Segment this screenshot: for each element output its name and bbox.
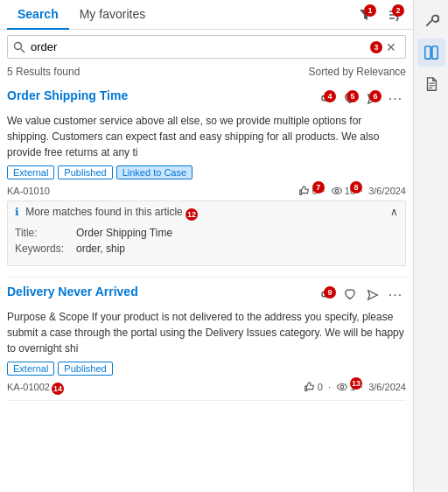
article-2-actions: 9 ··· xyxy=(317,285,406,306)
article-1-date: 3/6/2024 xyxy=(368,186,406,196)
article-2-date: 3/6/2024 xyxy=(368,382,406,392)
article-card-1: Order Shipping Time 4 xyxy=(7,81,406,278)
match-value-title: Order Shipping Time xyxy=(76,227,172,239)
more-matches-label: More matches found in this article xyxy=(25,206,182,218)
results-count: 5 Results found xyxy=(7,66,80,78)
more-matches-panel: ℹ More matches found in this article 12 … xyxy=(7,200,406,266)
article-2-send-action[interactable] xyxy=(362,285,383,306)
article-2-meta-right: 0 · 1 13 · 3/6/2024 xyxy=(304,381,406,393)
svg-point-4 xyxy=(15,43,22,50)
article-2-tags: External Published xyxy=(7,362,406,376)
columns-icon xyxy=(424,45,439,60)
results-header: 5 Results found Sorted by Relevance xyxy=(0,64,413,81)
info-icon: ℹ xyxy=(15,206,19,218)
results-sort: Sorted by Relevance xyxy=(309,66,406,78)
article-1-tags: External Published Linked to Case xyxy=(7,165,406,179)
article-2-views: 1 13 xyxy=(336,381,355,393)
article2-id-badge: 14 xyxy=(52,383,64,395)
article-1-actions: 4 5 6 ··· xyxy=(317,88,406,109)
sort-button[interactable]: 2 xyxy=(382,3,406,27)
article-1-id: KA-01010 xyxy=(7,186,50,196)
article-1-heart-action[interactable]: 5 xyxy=(340,88,360,109)
eye-icon-2 xyxy=(336,381,348,393)
action-badge-4: 4 xyxy=(324,90,336,102)
tab-favorites[interactable]: My favorites xyxy=(69,0,156,30)
eye-icon xyxy=(331,185,343,197)
search-input[interactable] xyxy=(31,36,368,58)
collapse-icon[interactable]: ∧ xyxy=(390,206,398,218)
article-2-likes: 0 xyxy=(304,381,323,393)
sort-badge: 2 xyxy=(392,4,404,17)
wrench-icon xyxy=(424,13,439,29)
document-icon xyxy=(424,76,439,92)
tag-linked-1: Linked to Case xyxy=(116,165,192,179)
article-1-meta: KA-01010 0 7 · xyxy=(7,185,406,197)
more-matches-body: Title: Order Shipping Time Keywords: ord… xyxy=(8,223,405,265)
match-label-title: Title: xyxy=(15,227,76,239)
svg-rect-13 xyxy=(431,46,437,59)
thumbs-up-icon xyxy=(298,185,311,197)
sidebar-columns-button[interactable] xyxy=(417,39,445,67)
article-1-header: Order Shipping Time 4 xyxy=(7,88,406,109)
match-row-keywords: Keywords: order, ship xyxy=(15,242,398,255)
article-2-header: Delivery Never Arrived 9 xyxy=(7,285,406,306)
svg-point-10 xyxy=(338,383,347,390)
views-badge-8: 8 xyxy=(350,181,362,193)
tag-external-1: External xyxy=(7,165,54,179)
article-1-title[interactable]: Order Shipping Time xyxy=(7,88,128,102)
article-1-views: 10 8 xyxy=(331,185,355,197)
article-1-body: We value customer service above all else… xyxy=(7,113,406,160)
svg-point-8 xyxy=(335,189,339,193)
article-2-likes-count: 0 xyxy=(318,382,323,392)
action2-badge-9: 9 xyxy=(324,286,336,299)
match-value-keywords: order, ship xyxy=(76,242,125,255)
svg-line-5 xyxy=(21,49,24,53)
tag-published-1: Published xyxy=(58,165,112,179)
article-2-id: KA-01002 xyxy=(7,382,50,392)
more-matches-badge: 12 xyxy=(186,208,198,221)
article-2-heart-action[interactable] xyxy=(340,285,360,306)
article-2-meta: KA-01002 14 0 · xyxy=(7,381,406,393)
article-2-link-action[interactable]: 9 xyxy=(317,285,338,306)
main-content: Search My favorites 1 2 xyxy=(0,0,413,492)
filter-button[interactable]: 1 xyxy=(354,3,378,27)
tag-published-2: Published xyxy=(58,362,112,376)
sidebar-document-button[interactable] xyxy=(417,70,445,98)
match-row-title: Title: Order Shipping Time xyxy=(15,227,398,239)
tabs-right: 1 2 xyxy=(354,3,406,27)
thumbs-up-icon-2 xyxy=(304,381,316,393)
right-sidebar xyxy=(413,0,448,492)
sidebar-wrench-button[interactable] xyxy=(417,7,445,35)
action-badge-5: 5 xyxy=(346,90,359,102)
match-label-keywords: Keywords: xyxy=(15,242,76,255)
likes-badge-7: 7 xyxy=(312,181,325,193)
tag-external-2: External xyxy=(7,362,54,376)
svg-rect-12 xyxy=(424,46,430,59)
tab-search[interactable]: Search xyxy=(7,0,69,30)
article-1-more-action[interactable]: ··· xyxy=(385,88,406,109)
article-card-2: Delivery Never Arrived 9 xyxy=(7,278,406,401)
svg-point-7 xyxy=(332,188,342,194)
results-area[interactable]: Order Shipping Time 4 xyxy=(0,81,413,492)
article-1-send-action[interactable]: 6 xyxy=(362,88,383,109)
more-matches-toggle[interactable]: ℹ More matches found in this article 12 … xyxy=(8,201,405,223)
svg-point-11 xyxy=(340,385,344,389)
action-badge-6: 6 xyxy=(369,90,382,102)
filter-badge: 1 xyxy=(364,4,376,17)
article-2-more-action[interactable]: ··· xyxy=(385,285,406,306)
article-2-title[interactable]: Delivery Never Arrived xyxy=(7,285,138,299)
search-bar: 3 ✕ xyxy=(7,35,406,59)
tabs-bar: Search My favorites 1 2 xyxy=(0,0,413,30)
article-1-likes: 0 7 xyxy=(298,185,318,197)
article-2-body: Purpose & Scope If your product is not d… xyxy=(7,309,406,356)
views2-badge-13: 13 xyxy=(350,377,362,390)
ellipsis-icon-2: ··· xyxy=(388,287,402,303)
ellipsis-icon: ··· xyxy=(388,91,402,107)
search-icon xyxy=(13,40,25,54)
search-count-badge: 3 xyxy=(370,41,382,53)
clear-search-button[interactable]: ✕ xyxy=(382,39,400,56)
article-1-link-action[interactable]: 4 xyxy=(317,88,338,109)
send-icon-2 xyxy=(367,289,379,301)
tabs-left: Search My favorites xyxy=(7,0,156,29)
heart-icon-2 xyxy=(344,289,356,301)
